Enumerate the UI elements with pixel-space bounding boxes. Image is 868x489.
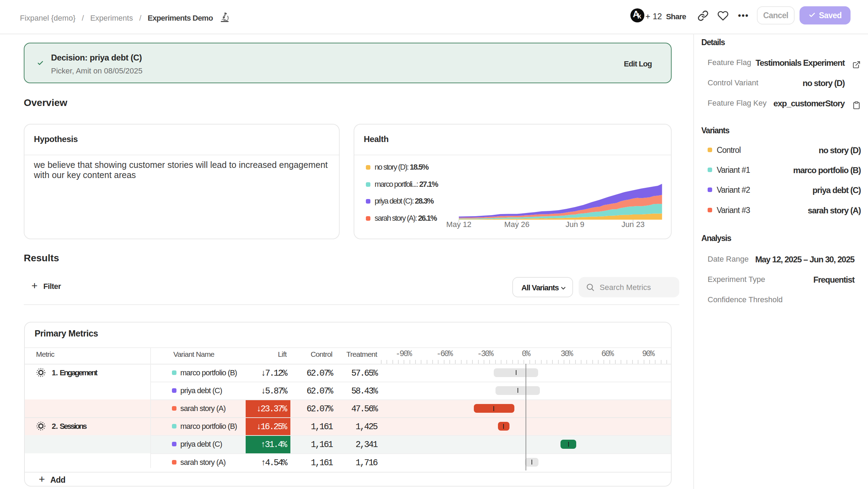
svg-text:May 26: May 26 [504, 220, 529, 229]
svg-text:May 12: May 12 [446, 220, 471, 229]
svg-text:Jun 23: Jun 23 [622, 220, 645, 229]
svg-text:Jun 9: Jun 9 [565, 220, 584, 229]
